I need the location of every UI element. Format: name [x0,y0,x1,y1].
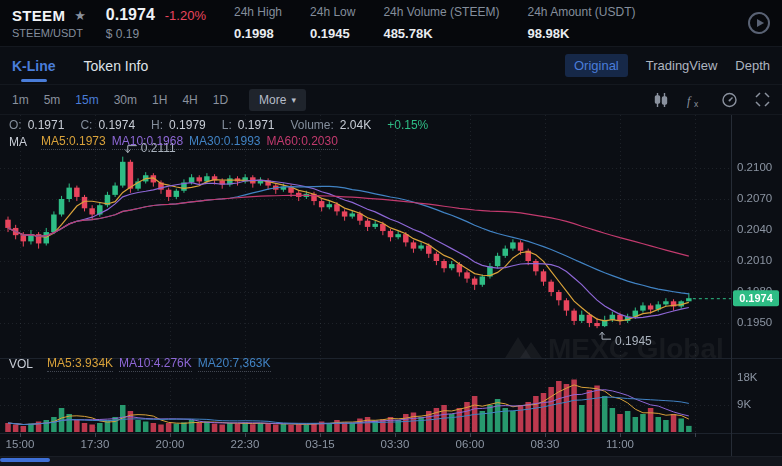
more-intervals-button[interactable]: More ▾ [249,89,306,111]
interval-4h[interactable]: 4H [182,93,197,107]
chart-tabs: K-Line Token Info Original TradingView D… [0,46,782,85]
stat-24h-amount: 24h Amount (USDT) 98.98K [527,5,635,41]
symbol-name: STEEM [12,7,65,24]
svg-text:x: x [694,98,699,108]
interval-30m[interactable]: 30m [114,93,137,107]
chart-source-original[interactable]: Original [565,54,628,77]
market-stats: 24h High 0.1998 24h Low 0.1945 24h Volum… [234,5,636,41]
fullscreen-icon[interactable] [755,92,770,107]
play-icon [757,19,764,27]
svg-text:f: f [687,93,692,107]
fiat-price: $ 0.19 [106,27,206,41]
play-button[interactable] [748,12,770,34]
interval-15m[interactable]: 15m [75,93,98,107]
interval-1d[interactable]: 1D [213,93,228,107]
interval-5m[interactable]: 5m [44,93,61,107]
price-change-percent: -1.20% [165,8,206,23]
interval-1h[interactable]: 1H [152,93,167,107]
gauge-icon[interactable] [721,92,738,108]
candlestick-style-icon[interactable] [653,92,669,108]
chart-source-tradingview[interactable]: TradingView [646,58,718,73]
interval-1m[interactable]: 1m [12,93,29,107]
trading-app: STEEM ★ STEEM/USDT 0.1974 -1.20% $ 0.19 … [0,0,782,466]
chevron-down-icon: ▾ [291,95,296,105]
chart-source-depth[interactable]: Depth [735,58,770,73]
symbol-block: STEEM ★ STEEM/USDT [12,7,86,39]
market-header: STEEM ★ STEEM/USDT 0.1974 -1.20% $ 0.19 … [0,0,782,46]
chart-scrollbar-thumb[interactable] [0,458,50,462]
interval-toolbar: 1m 5m 15m 30m 1H 4H 1D More ▾ f x [0,85,782,115]
last-price: 0.1974 [106,6,155,24]
price-block: 0.1974 -1.20% $ 0.19 [106,6,206,41]
kline-chart-canvas[interactable] [0,115,782,456]
stat-24h-low: 24h Low 0.1945 [310,5,355,41]
indicators-fx-icon[interactable]: f x [686,92,704,108]
favorite-star-icon[interactable]: ★ [74,8,86,23]
chart-area: O:0.1971 C:0.1974 H:0.1979 L:0.1971 Volu… [0,115,782,456]
chart-scrollbar-track[interactable] [0,456,782,466]
stat-24h-high: 24h High 0.1998 [234,5,282,41]
pair-label: STEEM/USDT [12,27,86,39]
tab-kline[interactable]: K-Line [12,47,56,84]
stat-24h-volume: 24h Volume (STEEM) 485.78K [383,5,499,41]
tab-token-info[interactable]: Token Info [84,47,149,84]
